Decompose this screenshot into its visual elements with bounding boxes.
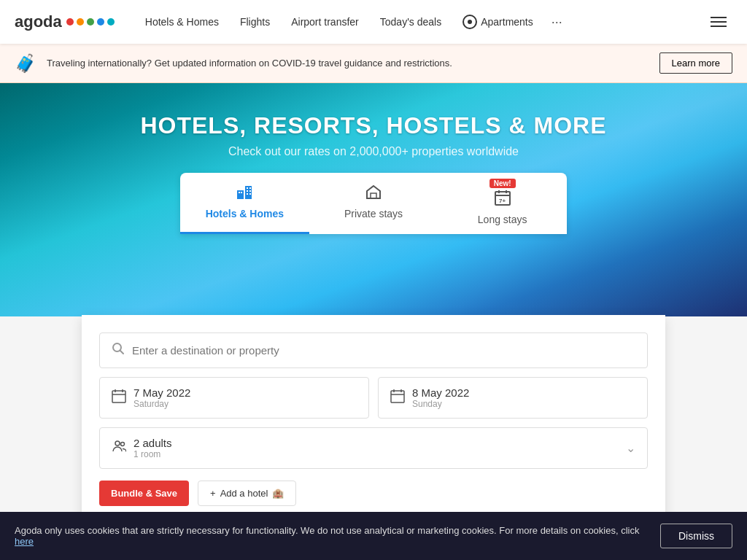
hero-title: HOTELS, RESORTS, HOSTELS & MORE [0, 112, 747, 139]
checkout-field[interactable]: 8 May 2022 Sunday [378, 377, 648, 419]
dot-green [87, 18, 94, 26]
hamburger-menu[interactable] [705, 11, 732, 33]
svg-rect-5 [247, 187, 248, 189]
add-hotel-label: Add a hotel [220, 488, 268, 499]
checkin-field[interactable]: 7 May 2022 Saturday [99, 377, 369, 419]
checkin-calendar-icon [112, 389, 126, 407]
hero-content: HOTELS, RESORTS, HOSTELS & MORE Check ou… [0, 83, 747, 234]
svg-line-18 [120, 351, 124, 354]
svg-rect-6 [249, 187, 251, 189]
hamburger-line [711, 21, 727, 23]
nav-apartments[interactable]: Apartments [454, 9, 542, 35]
hamburger-line [711, 17, 727, 18]
logo-dots [66, 18, 115, 26]
svg-rect-10 [249, 193, 251, 195]
dot-blue [97, 18, 104, 26]
dot-red [66, 18, 74, 26]
logo[interactable]: agoda [15, 12, 115, 31]
svg-point-0 [468, 20, 472, 24]
add-hotel-button[interactable]: + Add a hotel 🏨 [198, 481, 296, 506]
checkout-date: 8 May 2022 [412, 386, 469, 399]
bundle-save-button[interactable]: Bundle & Save [99, 481, 189, 506]
svg-rect-7 [247, 190, 248, 192]
hero-section: HOTELS, RESORTS, HOSTELS & MORE Check ou… [0, 83, 747, 316]
cookie-link[interactable]: here [15, 536, 34, 547]
apartments-icon [462, 15, 477, 29]
dismiss-button[interactable]: Dismiss [660, 524, 732, 548]
tab-private-stays-label: Private stays [344, 208, 403, 219]
notification-text: Traveling internationally? Get updated i… [47, 58, 649, 69]
nav-todays-deals[interactable]: Today's deals [371, 10, 450, 34]
notification-icon: 🧳 [15, 53, 36, 74]
more-menu-icon[interactable]: ··· [546, 9, 568, 36]
checkin-day: Saturday [133, 399, 190, 409]
long-stays-icon: 7+ [494, 189, 511, 211]
tab-hotels-homes-label: Hotels & Homes [206, 208, 284, 219]
checkout-day: Sunday [412, 399, 469, 409]
nav-flights[interactable]: Flights [231, 10, 279, 34]
svg-rect-11 [371, 193, 376, 198]
svg-rect-23 [391, 391, 404, 402]
search-icon [112, 342, 125, 359]
apartments-label: Apartments [481, 16, 533, 28]
hotels-homes-icon [236, 183, 253, 205]
checkin-info: 7 May 2022 Saturday [133, 386, 190, 409]
guests-icon [112, 439, 126, 457]
guests-info: 2 adults 1 room [133, 437, 619, 459]
svg-point-27 [115, 441, 120, 446]
learn-more-button[interactable]: Learn more [659, 52, 732, 74]
svg-point-28 [121, 443, 125, 446]
guests-count: 2 adults [133, 437, 619, 449]
dates-row: 7 May 2022 Saturday 8 May 2022 Sunday [99, 377, 648, 419]
search-tabs: Hotels & Homes Private stays New! [180, 173, 567, 234]
checkin-date: 7 May 2022 [133, 386, 190, 399]
svg-rect-1 [237, 190, 244, 199]
add-hotel-plus-icon: + [210, 488, 216, 499]
svg-rect-4 [241, 192, 242, 193]
svg-rect-8 [249, 190, 251, 192]
nav-links: Hotels & Homes Flights Airport transfer … [136, 9, 705, 36]
cookie-text: Agoda only uses cookies that are strictl… [15, 525, 646, 547]
svg-rect-19 [112, 391, 125, 402]
destination-input[interactable] [132, 344, 635, 357]
action-row: Bundle & Save + Add a hotel 🏨 [99, 481, 648, 506]
svg-text:7+: 7+ [499, 198, 506, 204]
rooms-count: 1 room [133, 449, 619, 459]
notification-banner: 🧳 Traveling internationally? Get updated… [0, 44, 747, 83]
logo-text: agoda [15, 12, 62, 31]
hero-subtitle: Check out our rates on 2,000,000+ proper… [0, 145, 747, 158]
checkout-calendar-icon [390, 389, 405, 407]
checkout-info: 8 May 2022 Sunday [412, 386, 469, 409]
cookie-message: Agoda only uses cookies that are strictl… [15, 525, 639, 536]
destination-field[interactable] [99, 332, 648, 368]
svg-rect-3 [239, 192, 240, 193]
cookie-banner: Agoda only uses cookies that are strictl… [0, 512, 747, 560]
tab-private-stays[interactable]: Private stays [309, 173, 438, 234]
tab-long-stays-label: Long stays [478, 214, 527, 225]
guests-chevron-icon: ⌄ [626, 441, 635, 455]
svg-rect-9 [247, 193, 248, 195]
guests-field[interactable]: 2 adults 1 room ⌄ [99, 427, 648, 469]
navbar: agoda Hotels & Homes Flights Airport tra… [0, 0, 747, 44]
hamburger-line [711, 26, 727, 27]
nav-hotels-homes[interactable]: Hotels & Homes [136, 10, 228, 34]
dot-teal [107, 18, 115, 26]
tab-hotels-homes[interactable]: Hotels & Homes [180, 173, 309, 234]
private-stays-icon [365, 183, 382, 205]
dot-orange [77, 18, 84, 26]
add-hotel-icon: 🏨 [272, 488, 284, 499]
tab-long-stays[interactable]: New! 7+ Long stays [438, 173, 567, 234]
nav-airport-transfer[interactable]: Airport transfer [282, 10, 368, 34]
new-badge: New! [489, 179, 516, 188]
